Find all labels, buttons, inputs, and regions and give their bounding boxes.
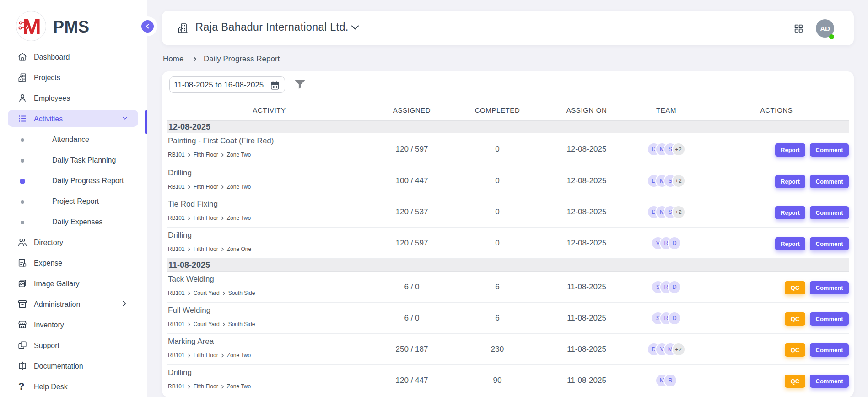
svg-text:M: M [22,17,41,36]
